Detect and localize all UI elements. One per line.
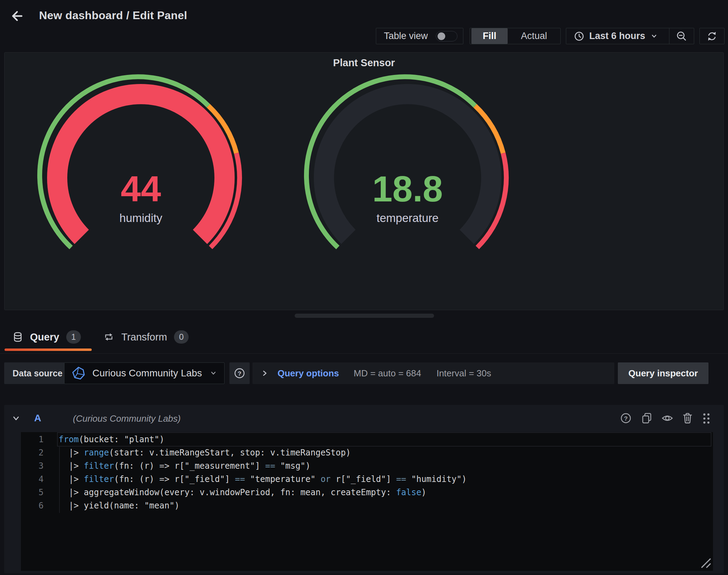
gauge-label: temperature	[377, 212, 439, 224]
table-view-control: Table view	[376, 28, 463, 44]
toggle-visibility-eye-icon[interactable]	[661, 412, 674, 424]
datasource-label: Data source	[4, 362, 71, 384]
editor-resize-handle-icon[interactable]	[698, 555, 712, 569]
tab-transform[interactable]: Transform 0	[103, 326, 189, 348]
gauge-value: 18.8	[372, 169, 443, 209]
gauge-value: 44	[121, 169, 161, 209]
line-number: 4	[21, 473, 44, 486]
fill-actual-segmented: Fill Actual	[470, 28, 561, 44]
refresh-icon	[706, 30, 718, 42]
max-datapoints-stat: MD = auto = 684	[354, 368, 421, 379]
query-row-header[interactable]: A (Curious Community Labs) ?	[4, 405, 724, 431]
influxdb-logo-icon	[71, 366, 85, 380]
time-range-picker[interactable]: Last 6 hours	[566, 31, 669, 41]
query-datasource-subtitle: (Curious Community Labs)	[73, 413, 181, 424]
toggle-knob	[438, 32, 445, 40]
active-tab-indicator	[5, 348, 92, 351]
chevron-down-icon	[210, 369, 217, 377]
svg-text:?: ?	[624, 415, 628, 422]
query-count-badge: 1	[66, 330, 81, 344]
query-help-icon[interactable]: ?	[620, 412, 632, 424]
refresh-button[interactable]	[699, 28, 725, 44]
back-arrow-icon[interactable]	[9, 8, 24, 24]
code-text: |> yield(name: "mean")	[59, 499, 180, 512]
fill-button[interactable]: Fill	[471, 28, 508, 44]
datasource-help-button[interactable]: ?	[229, 362, 250, 384]
code-text: |> range(start: v.timeRangeStart, stop: …	[59, 446, 351, 459]
gauge-humidity: 44humidity	[36, 73, 245, 254]
datasource-picker[interactable]: Curious Community Labs	[64, 362, 225, 384]
code-line[interactable]: 2 |> range(start: v.timeRangeStart, stop…	[21, 446, 713, 459]
code-line[interactable]: 5 |> aggregateWindow(every: v.windowPeri…	[21, 486, 713, 499]
time-range-group: Last 6 hours	[566, 28, 694, 44]
query-options-link[interactable]: Query options	[278, 368, 339, 379]
line-number: 3	[21, 459, 44, 473]
chevron-right-icon[interactable]	[261, 369, 268, 377]
table-view-toggle[interactable]	[436, 31, 457, 41]
tab-query[interactable]: Query 1	[13, 326, 81, 348]
database-icon	[13, 331, 23, 343]
page-title: New dashboard / Edit Panel	[39, 9, 187, 22]
datasource-value: Curious Community Labs	[92, 368, 210, 379]
code-text: |> filter(fn: (r) => r["_field"] == "tem…	[59, 473, 467, 486]
tab-query-label: Query	[30, 331, 59, 343]
code-lines: 1from(bucket: "plant")2 |> range(start: …	[21, 433, 713, 512]
code-line[interactable]: 3 |> filter(fn: (r) => r["_measurement"]…	[21, 459, 713, 473]
code-line[interactable]: 1from(bucket: "plant")	[21, 433, 713, 446]
zoom-out-icon	[676, 31, 687, 42]
query-ref-name[interactable]: A	[34, 413, 41, 424]
clock-icon	[574, 31, 584, 41]
gauge-panel[interactable]: Plant Sensor 44humidity 18.8temperature	[4, 52, 724, 310]
help-circle-icon: ?	[234, 367, 245, 379]
svg-text:?: ?	[238, 370, 241, 377]
actual-button[interactable]: Actual	[508, 28, 560, 44]
query-options-bar: Query options MD = auto = 684 Interval =…	[252, 362, 614, 384]
code-text: from(bucket: "plant")	[59, 433, 164, 446]
panel-title: Plant Sensor	[5, 57, 723, 69]
code-line[interactable]: 4 |> filter(fn: (r) => r["_field"] == "t…	[21, 473, 713, 486]
transform-count-badge: 0	[174, 330, 189, 344]
line-number: 6	[21, 499, 44, 512]
code-line[interactable]: 6 |> yield(name: "mean")	[21, 499, 713, 512]
table-view-label: Table view	[384, 31, 428, 41]
transform-icon	[103, 332, 114, 342]
query-row: A (Curious Community Labs) ?	[4, 405, 724, 573]
time-range-label: Last 6 hours	[589, 31, 645, 41]
divider	[0, 353, 728, 354]
gauge-temperature: 18.8temperature	[303, 73, 512, 254]
interval-stat: Interval = 30s	[437, 368, 491, 379]
query-inspector-button[interactable]: Query inspector	[618, 362, 708, 384]
drag-handle-grip-icon[interactable]	[702, 412, 711, 425]
tab-transform-label: Transform	[121, 331, 167, 343]
chevron-down-icon	[650, 32, 658, 40]
flux-query-editor[interactable]: 1from(bucket: "plant")2 |> range(start: …	[21, 432, 713, 571]
code-text: |> filter(fn: (r) => r["_measurement"] =…	[59, 459, 311, 473]
zoom-out-button[interactable]	[669, 31, 694, 42]
code-text: |> aggregateWindow(every: v.windowPeriod…	[59, 486, 426, 499]
collapse-chevron-icon[interactable]	[12, 414, 20, 422]
line-number: 2	[21, 446, 44, 459]
delete-query-trash-icon[interactable]	[682, 412, 693, 424]
gauge-label: humidity	[120, 212, 162, 224]
grafana-edit-panel-page: New dashboard / Edit Panel Table view Fi…	[0, 0, 728, 575]
line-number: 1	[21, 433, 44, 446]
panel-resize-handle[interactable]	[295, 314, 434, 318]
line-number: 5	[21, 486, 44, 499]
duplicate-query-icon[interactable]	[641, 412, 653, 424]
